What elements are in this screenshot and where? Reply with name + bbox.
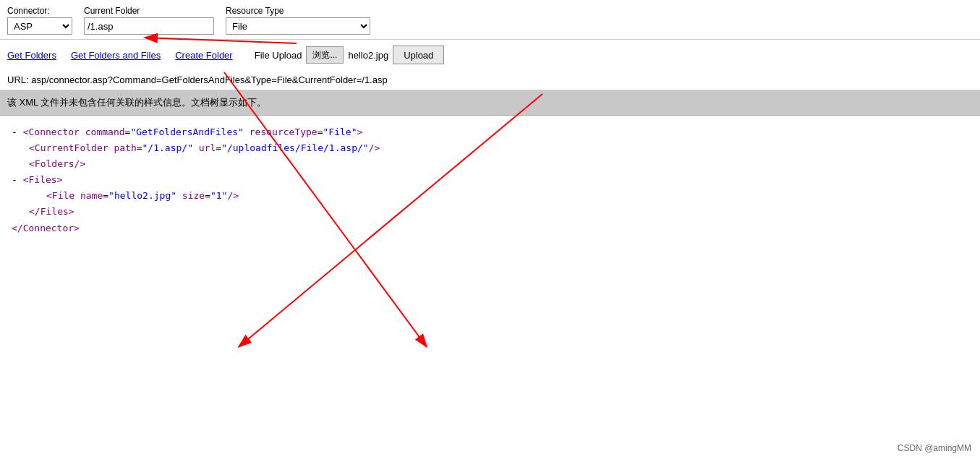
xml-line-2: <CurrentFolder path="/1.asp/" url="/uplo… bbox=[12, 140, 968, 156]
browse-button[interactable]: 浏览... bbox=[306, 46, 344, 64]
resource-type-group: Resource Type File bbox=[226, 6, 370, 35]
get-folders-link[interactable]: Get Folders bbox=[7, 50, 56, 61]
xml-line-4: - <Files> bbox=[12, 172, 968, 188]
url-bar: URL: asp/connector.asp?Command=GetFolder… bbox=[0, 70, 980, 90]
xml-line-7: </Connector> bbox=[12, 220, 968, 236]
current-folder-input[interactable] bbox=[84, 17, 214, 35]
xml-content: - <Connector command="GetFoldersAndFiles… bbox=[0, 116, 980, 245]
upload-button[interactable]: Upload bbox=[393, 46, 444, 64]
xml-line-3: <Folders/> bbox=[12, 156, 968, 172]
create-folder-link[interactable]: Create Folder bbox=[175, 50, 232, 61]
url-text: URL: asp/connector.asp?Command=GetFolder… bbox=[7, 74, 388, 85]
current-folder-label: Current Folder bbox=[84, 6, 214, 16]
get-folders-and-files-link[interactable]: Get Folders and Files bbox=[71, 50, 161, 61]
connector-group: Connector: ASP bbox=[7, 6, 72, 35]
resource-type-select[interactable]: File bbox=[226, 17, 370, 35]
current-folder-group: Current Folder bbox=[84, 6, 214, 35]
top-bar: Connector: ASP Current Folder Resource T… bbox=[0, 0, 980, 40]
xml-info-text: 该 XML 文件并未包含任何关联的样式信息。文档树显示如下。 bbox=[7, 97, 266, 108]
connector-select[interactable]: ASP bbox=[7, 17, 72, 35]
xml-line-5: <File name="hello2.jpg" size="1"/> bbox=[12, 188, 968, 204]
watermark: CSDN @amingMM bbox=[898, 443, 971, 453]
xml-line-6: </Files> bbox=[12, 204, 968, 220]
nav-bar: Get Folders Get Folders and Files Create… bbox=[0, 40, 980, 70]
connector-label: Connector: bbox=[7, 6, 72, 16]
xml-info-bar: 该 XML 文件并未包含任何关联的样式信息。文档树显示如下。 bbox=[0, 90, 980, 116]
resource-type-label: Resource Type bbox=[226, 6, 370, 16]
file-name-display: hello2.jpg bbox=[348, 50, 388, 61]
xml-line-1: - <Connector command="GetFoldersAndFiles… bbox=[12, 124, 968, 140]
file-upload-section: File Upload 浏览... hello2.jpg Upload bbox=[255, 46, 445, 64]
file-upload-label: File Upload bbox=[255, 50, 302, 61]
